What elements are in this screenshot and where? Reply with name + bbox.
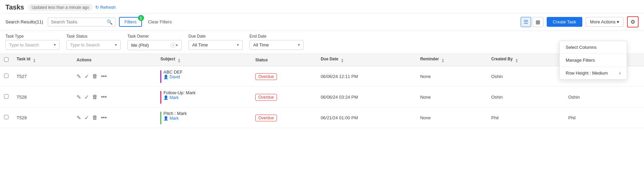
complete-icon[interactable]: ✓ bbox=[84, 73, 89, 80]
due-date-select[interactable]: All Time ▾ bbox=[188, 40, 243, 50]
filters-row: Task Type Type to Search ▾ Task Status T… bbox=[0, 31, 644, 54]
task-status-chevron: ▾ bbox=[115, 43, 117, 47]
task-owner-select[interactable]: Me (Phil) × ▾ bbox=[127, 40, 182, 50]
edit-icon[interactable]: ✎ bbox=[77, 94, 81, 100]
contact-icon: 👤 bbox=[163, 75, 168, 79]
task-owner-chevron: ▾ bbox=[176, 43, 178, 47]
row-checkbox[interactable] bbox=[4, 94, 8, 99]
row-checkbox-cell[interactable] bbox=[0, 107, 13, 128]
task-status-label: Task Status bbox=[66, 34, 121, 39]
select-all-header[interactable] bbox=[0, 54, 13, 66]
search-results-label: Search Results(11) bbox=[5, 19, 43, 24]
task-type-select[interactable]: Type to Search ▾ bbox=[5, 40, 60, 50]
complete-icon[interactable]: ✓ bbox=[84, 115, 89, 121]
search-icon: 🔍 bbox=[107, 19, 113, 25]
select-columns-label: Select Columns bbox=[566, 45, 597, 50]
due-date-value: All Time bbox=[192, 42, 208, 47]
delete-icon[interactable]: 🗑 bbox=[92, 73, 98, 79]
contact-icon: 👤 bbox=[163, 95, 168, 100]
filters-label: Filters bbox=[124, 19, 136, 24]
col-created-by[interactable]: Created By ▲▼ bbox=[487, 54, 564, 66]
delete-icon[interactable]: 🗑 bbox=[92, 94, 98, 100]
row-task-owner: Oshin bbox=[564, 87, 644, 107]
task-status-value: Type to Search bbox=[70, 42, 100, 47]
settings-button[interactable]: ⚙ bbox=[627, 16, 639, 27]
row-due-date: 06/06/24 12:11 PM bbox=[317, 66, 416, 87]
filter-count-badge: 1 bbox=[138, 15, 144, 21]
delete-icon[interactable]: 🗑 bbox=[92, 115, 98, 121]
table-row: T528 ✎ ✓ 🗑 ••• Follow-Up: Mark 👤Mark bbox=[0, 87, 644, 107]
row-checkbox[interactable] bbox=[4, 74, 8, 78]
create-task-button[interactable]: Create Task bbox=[547, 17, 582, 27]
dropdown-manage-filters[interactable]: Manage Filters bbox=[560, 54, 627, 66]
row-actions: ✎ ✓ 🗑 ••• bbox=[73, 107, 156, 128]
row-checkbox[interactable] bbox=[4, 115, 8, 119]
more-icon[interactable]: ••• bbox=[101, 115, 107, 121]
manage-filters-label: Manage Filters bbox=[566, 58, 595, 63]
task-owner-clear-icon[interactable]: × bbox=[170, 42, 176, 48]
subject-contact[interactable]: 👤David bbox=[163, 75, 182, 79]
row-task-id: T529 bbox=[13, 107, 73, 128]
task-status-select[interactable]: Type to Search ▾ bbox=[66, 40, 121, 50]
dropdown-select-columns[interactable]: Select Columns bbox=[560, 41, 627, 54]
toolbar: Search Results(11) 🔍 Filters 1 Clear Fil… bbox=[0, 14, 644, 31]
end-date-filter: End Date All Time ▾ bbox=[249, 34, 304, 50]
row-subject: Pitch : Mark 👤Mark bbox=[156, 107, 251, 128]
dropdown-row-height[interactable]: Row Height : Medium › bbox=[560, 67, 627, 79]
end-date-value: All Time bbox=[253, 42, 269, 47]
edit-icon[interactable]: ✎ bbox=[77, 115, 81, 121]
row-created-by: Oshin bbox=[487, 66, 564, 87]
row-reminder: None bbox=[416, 87, 487, 107]
subject-sort: ▲▼ bbox=[178, 58, 181, 63]
task-table-container: Task Id ▲▼ Actions Subject ▲▼ Status Due… bbox=[0, 54, 644, 128]
clear-filters-button[interactable]: Clear Filters bbox=[145, 18, 175, 26]
col-task-id[interactable]: Task Id ▲▼ bbox=[13, 54, 73, 66]
edit-icon[interactable]: ✎ bbox=[77, 73, 81, 80]
row-status: Overdue bbox=[251, 107, 317, 128]
table-row: T527 ✎ ✓ 🗑 ••• ABC DEF 👤David Overdu bbox=[0, 66, 644, 87]
row-task-owner: Phil bbox=[564, 107, 644, 128]
list-view-button[interactable]: ☰ bbox=[521, 17, 531, 27]
col-due-date[interactable]: Due Date ▲▼ bbox=[317, 54, 416, 66]
search-box[interactable]: 🔍 bbox=[48, 18, 116, 26]
col-reminder[interactable]: Reminder ▲▼ bbox=[416, 54, 487, 66]
task-type-filter: Task Type Type to Search ▾ bbox=[5, 34, 60, 50]
row-task-id: T527 bbox=[13, 66, 73, 87]
subject-contact[interactable]: 👤Mark bbox=[163, 95, 196, 100]
calendar-icon: ▦ bbox=[536, 19, 540, 25]
refresh-button[interactable]: ↻ Refresh bbox=[95, 5, 116, 10]
select-all-checkbox[interactable] bbox=[4, 57, 8, 62]
filters-button[interactable]: Filters 1 bbox=[119, 17, 142, 27]
row-reminder: None bbox=[416, 66, 487, 87]
created-by-sort: ▲▼ bbox=[515, 58, 518, 63]
top-header: Tasks Updated less than a minute ago ↻ R… bbox=[0, 0, 644, 14]
subject-contact[interactable]: 👤Mark bbox=[163, 116, 187, 121]
end-date-select[interactable]: All Time ▾ bbox=[249, 40, 304, 50]
more-actions-chevron: ▾ bbox=[617, 19, 619, 24]
more-icon[interactable]: ••• bbox=[101, 94, 107, 100]
update-badge: Updated less than a minute ago bbox=[28, 4, 92, 11]
row-height-label: Row Height : Medium bbox=[566, 71, 608, 76]
subject-text: ABC DEF bbox=[163, 69, 182, 75]
row-actions: ✎ ✓ 🗑 ••• bbox=[73, 66, 156, 87]
task-type-chevron: ▾ bbox=[54, 43, 56, 47]
calendar-view-button[interactable]: ▦ bbox=[532, 17, 543, 27]
row-reminder: None bbox=[416, 107, 487, 128]
col-actions: Actions bbox=[73, 54, 156, 66]
more-actions-button[interactable]: More Actions ▾ bbox=[586, 17, 624, 27]
row-status: Overdue bbox=[251, 66, 317, 87]
task-id-sort: ▲▼ bbox=[33, 58, 36, 63]
due-date-label: Due Date bbox=[188, 34, 243, 39]
search-input[interactable] bbox=[51, 19, 107, 24]
col-subject[interactable]: Subject ▲▼ bbox=[156, 54, 251, 66]
refresh-label: Refresh bbox=[100, 5, 116, 10]
more-icon[interactable]: ••• bbox=[101, 73, 107, 79]
status-badge: Overdue bbox=[255, 115, 277, 121]
subject-color-bar bbox=[160, 112, 161, 124]
row-due-date: 06/06/24 03:24 PM bbox=[317, 87, 416, 107]
complete-icon[interactable]: ✓ bbox=[84, 94, 89, 100]
row-checkbox-cell[interactable] bbox=[0, 66, 13, 87]
row-checkbox-cell[interactable] bbox=[0, 87, 13, 107]
settings-dropdown-menu: Select Columns Manage Filters Row Height… bbox=[559, 41, 627, 80]
layout-buttons: ☰ ▦ bbox=[521, 17, 543, 27]
